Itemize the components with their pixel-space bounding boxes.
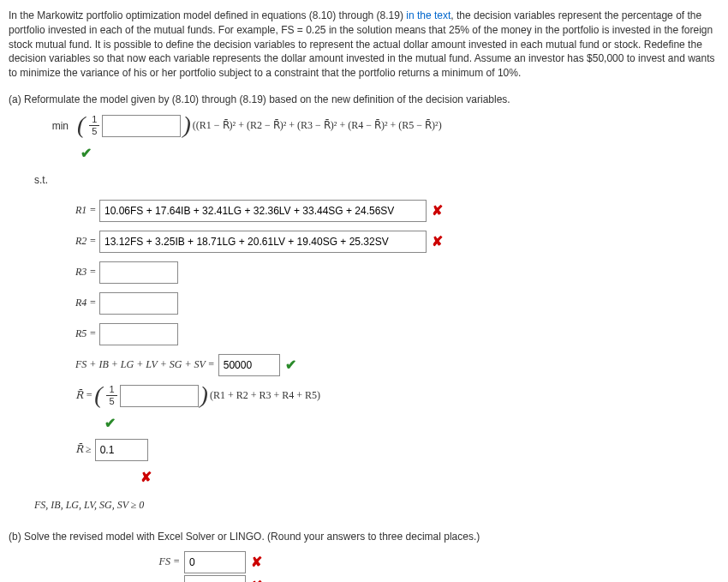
r5-input[interactable]: [99, 323, 178, 345]
r5-label: R5 =: [75, 327, 99, 340]
min-label: min: [34, 120, 69, 132]
sum-label: FS + IB + LG + LV + SG + SV =: [75, 358, 215, 371]
r4-input[interactable]: [99, 292, 178, 315]
ib-input[interactable]: [184, 575, 246, 582]
min-coef-input[interactable]: [102, 115, 181, 137]
rparen: ): [182, 113, 190, 137]
fraction: 15: [89, 115, 99, 136]
rbar-ge-input[interactable]: [95, 439, 148, 461]
r2-label: R2 =: [75, 235, 99, 248]
sum-input[interactable]: [218, 354, 280, 376]
r4-label: R4 =: [75, 297, 99, 309]
r1-label: R1 =: [75, 204, 99, 217]
variance-formula: ((R1 − R̄)² + (R2 − R̄)² + (R3 − R̄)² + …: [193, 119, 442, 132]
cross-icon: ✘: [140, 470, 152, 484]
rbar-coef-input[interactable]: [120, 385, 199, 407]
lparen: (: [77, 113, 85, 137]
r2-input[interactable]: [99, 231, 427, 253]
fs-label: FS =: [111, 555, 180, 568]
cross-icon: ✘: [432, 202, 443, 219]
check-icon: ✔: [285, 357, 296, 373]
rparen: ): [200, 383, 208, 407]
problem-intro: In the Markowitz portfolio optimization …: [9, 9, 719, 81]
cross-icon: ✘: [432, 233, 443, 249]
cross-icon: ✘: [251, 554, 262, 570]
part-b-label: (b) Solve the revised model with Excel S…: [9, 531, 719, 543]
text-link[interactable]: in the text: [406, 9, 451, 21]
nonneg-label: FS, IB, LG, LV, SG, SV ≥ 0: [34, 499, 144, 512]
r1-input[interactable]: [99, 200, 427, 222]
sum-r-formula: (R1 + R2 + R3 + R4 + R5): [210, 389, 320, 402]
cross-icon: ✘: [251, 578, 262, 582]
fs-input[interactable]: [184, 551, 246, 573]
st-label: s.t.: [34, 174, 69, 186]
part-a-label: (a) Reformulate the model given by (8.10…: [9, 93, 719, 105]
r3-input[interactable]: [99, 261, 178, 284]
check-icon: ✔: [104, 416, 116, 430]
lparen: (: [94, 383, 102, 407]
check-icon: ✔: [81, 146, 92, 160]
rbar-ge-label: R̄ ≥: [75, 443, 92, 456]
rbar-label: R̄ =: [75, 389, 92, 402]
r3-label: R3 =: [75, 266, 99, 279]
fraction: 15: [106, 385, 116, 406]
